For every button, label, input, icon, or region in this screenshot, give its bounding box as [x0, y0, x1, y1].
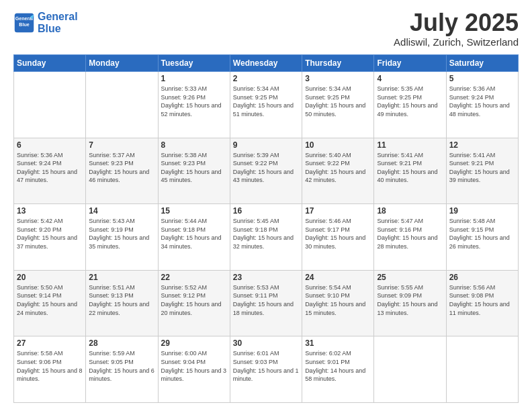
day-number: 31 [305, 338, 371, 348]
day-info: Sunrise: 5:50 AMSunset: 9:14 PMDaylight:… [17, 283, 83, 317]
day-number: 4 [377, 74, 443, 83]
day-number: 7 [89, 140, 154, 150]
day-number: 9 [233, 140, 299, 150]
calendar-cell: 21Sunrise: 5:51 AMSunset: 9:13 PMDayligh… [86, 270, 158, 336]
day-info: Sunrise: 5:53 AMSunset: 9:11 PMDaylight:… [233, 283, 299, 317]
day-info: Sunrise: 5:40 AMSunset: 9:22 PMDaylight:… [305, 151, 371, 185]
calendar-cell [446, 336, 518, 403]
calendar-cell: 31Sunrise: 6:02 AMSunset: 9:01 PMDayligh… [302, 336, 374, 403]
day-number: 11 [377, 140, 443, 150]
day-info: Sunrise: 5:37 AMSunset: 9:23 PMDaylight:… [89, 151, 154, 185]
calendar-cell: 2Sunrise: 5:34 AMSunset: 9:25 PMDaylight… [230, 72, 302, 138]
day-info: Sunrise: 5:59 AMSunset: 9:05 PMDaylight:… [89, 349, 154, 383]
calendar-table: SundayMondayTuesdayWednesdayThursdayFrid… [13, 54, 519, 403]
calendar-cell: 22Sunrise: 5:52 AMSunset: 9:12 PMDayligh… [158, 270, 230, 336]
logo: General Blue General Blue [13, 11, 78, 34]
calendar-cell [14, 72, 86, 138]
month-title: July 2025 [394, 11, 519, 35]
header: General Blue General Blue July 2025 Adli… [13, 11, 519, 48]
day-number: 30 [233, 338, 299, 348]
calendar-cell: 5Sunrise: 5:36 AMSunset: 9:24 PMDaylight… [446, 72, 518, 138]
day-info: Sunrise: 6:02 AMSunset: 9:01 PMDaylight:… [305, 349, 371, 383]
day-number: 26 [449, 273, 515, 282]
page: General Blue General Blue July 2025 Adli… [0, 0, 532, 411]
day-info: Sunrise: 5:48 AMSunset: 9:15 PMDaylight:… [449, 217, 515, 250]
calendar-week-row: 1Sunrise: 5:33 AMSunset: 9:26 PMDaylight… [14, 72, 519, 138]
calendar-cell: 16Sunrise: 5:45 AMSunset: 9:18 PMDayligh… [230, 204, 302, 271]
day-number: 28 [89, 338, 154, 348]
day-number: 1 [161, 74, 227, 83]
day-info: Sunrise: 5:34 AMSunset: 9:25 PMDaylight:… [305, 85, 371, 118]
day-number: 3 [305, 74, 371, 83]
day-info: Sunrise: 5:38 AMSunset: 9:23 PMDaylight:… [161, 151, 227, 185]
calendar-cell: 23Sunrise: 5:53 AMSunset: 9:11 PMDayligh… [230, 270, 302, 336]
calendar-cell: 19Sunrise: 5:48 AMSunset: 9:15 PMDayligh… [446, 204, 518, 271]
day-info: Sunrise: 5:33 AMSunset: 9:26 PMDaylight:… [161, 85, 227, 118]
calendar-cell: 18Sunrise: 5:47 AMSunset: 9:16 PMDayligh… [374, 204, 446, 271]
day-info: Sunrise: 5:46 AMSunset: 9:17 PMDaylight:… [305, 217, 371, 250]
day-number: 24 [305, 273, 371, 282]
day-info: Sunrise: 5:41 AMSunset: 9:21 PMDaylight:… [377, 151, 443, 185]
day-number: 12 [449, 140, 515, 150]
day-of-week-header: Wednesday [230, 55, 302, 72]
day-info: Sunrise: 5:51 AMSunset: 9:13 PMDaylight:… [89, 283, 154, 317]
calendar-cell: 25Sunrise: 5:55 AMSunset: 9:09 PMDayligh… [374, 270, 446, 336]
day-info: Sunrise: 5:58 AMSunset: 9:06 PMDaylight:… [17, 349, 83, 383]
day-number: 2 [233, 74, 299, 83]
calendar-cell [374, 336, 446, 403]
calendar-cell: 20Sunrise: 5:50 AMSunset: 9:14 PMDayligh… [14, 270, 86, 336]
calendar-week-row: 20Sunrise: 5:50 AMSunset: 9:14 PMDayligh… [14, 270, 519, 336]
day-number: 21 [89, 273, 154, 282]
day-info: Sunrise: 5:44 AMSunset: 9:18 PMDaylight:… [161, 217, 227, 250]
day-of-week-header: Monday [86, 55, 158, 72]
day-number: 14 [89, 206, 154, 216]
calendar-cell: 11Sunrise: 5:41 AMSunset: 9:21 PMDayligh… [374, 138, 446, 204]
calendar-cell: 1Sunrise: 5:33 AMSunset: 9:26 PMDaylight… [158, 72, 230, 138]
calendar-cell: 10Sunrise: 5:40 AMSunset: 9:22 PMDayligh… [302, 138, 374, 204]
calendar-cell: 29Sunrise: 6:00 AMSunset: 9:04 PMDayligh… [158, 336, 230, 403]
calendar-cell: 26Sunrise: 5:56 AMSunset: 9:08 PMDayligh… [446, 270, 518, 336]
day-number: 23 [233, 273, 299, 282]
calendar-cell: 14Sunrise: 5:43 AMSunset: 9:19 PMDayligh… [86, 204, 158, 271]
title-block: July 2025 Adliswil, Zurich, Switzerland [394, 11, 519, 48]
calendar-cell: 12Sunrise: 5:41 AMSunset: 9:21 PMDayligh… [446, 138, 518, 204]
svg-text:Blue: Blue [19, 22, 29, 28]
calendar-cell: 8Sunrise: 5:38 AMSunset: 9:23 PMDaylight… [158, 138, 230, 204]
day-number: 29 [161, 338, 227, 348]
calendar-cell: 13Sunrise: 5:42 AMSunset: 9:20 PMDayligh… [14, 204, 86, 271]
day-of-week-header: Thursday [302, 55, 374, 72]
calendar-cell: 6Sunrise: 5:36 AMSunset: 9:24 PMDaylight… [14, 138, 86, 204]
day-number: 25 [377, 273, 443, 282]
day-number: 15 [161, 206, 227, 216]
day-info: Sunrise: 5:56 AMSunset: 9:08 PMDaylight:… [449, 283, 515, 317]
logo-text: General Blue [38, 11, 78, 34]
calendar-cell: 24Sunrise: 5:54 AMSunset: 9:10 PMDayligh… [302, 270, 374, 336]
day-of-week-header: Tuesday [158, 55, 230, 72]
day-number: 5 [449, 74, 515, 83]
day-info: Sunrise: 5:47 AMSunset: 9:16 PMDaylight:… [377, 217, 443, 250]
day-info: Sunrise: 5:55 AMSunset: 9:09 PMDaylight:… [377, 283, 443, 317]
calendar-week-row: 13Sunrise: 5:42 AMSunset: 9:20 PMDayligh… [14, 204, 519, 271]
day-number: 17 [305, 206, 371, 216]
calendar-cell: 28Sunrise: 5:59 AMSunset: 9:05 PMDayligh… [86, 336, 158, 403]
day-of-week-header: Saturday [446, 55, 518, 72]
calendar-cell: 3Sunrise: 5:34 AMSunset: 9:25 PMDaylight… [302, 72, 374, 138]
location: Adliswil, Zurich, Switzerland [394, 36, 519, 48]
calendar-header-row: SundayMondayTuesdayWednesdayThursdayFrid… [14, 55, 519, 72]
day-number: 16 [233, 206, 299, 216]
calendar-cell: 9Sunrise: 5:39 AMSunset: 9:22 PMDaylight… [230, 138, 302, 204]
day-number: 10 [305, 140, 371, 150]
day-number: 6 [17, 140, 83, 150]
logo-icon: General Blue [13, 12, 35, 34]
day-number: 20 [17, 273, 83, 282]
calendar-cell: 27Sunrise: 5:58 AMSunset: 9:06 PMDayligh… [14, 336, 86, 403]
day-number: 8 [161, 140, 227, 150]
calendar-cell: 30Sunrise: 6:01 AMSunset: 9:03 PMDayligh… [230, 336, 302, 403]
calendar-week-row: 6Sunrise: 5:36 AMSunset: 9:24 PMDaylight… [14, 138, 519, 204]
logo-general: General [38, 11, 78, 22]
day-info: Sunrise: 5:36 AMSunset: 9:24 PMDaylight:… [17, 151, 83, 185]
calendar-week-row: 27Sunrise: 5:58 AMSunset: 9:06 PMDayligh… [14, 336, 519, 403]
day-of-week-header: Friday [374, 55, 446, 72]
calendar-cell: 17Sunrise: 5:46 AMSunset: 9:17 PMDayligh… [302, 204, 374, 271]
day-info: Sunrise: 5:35 AMSunset: 9:25 PMDaylight:… [377, 85, 443, 118]
